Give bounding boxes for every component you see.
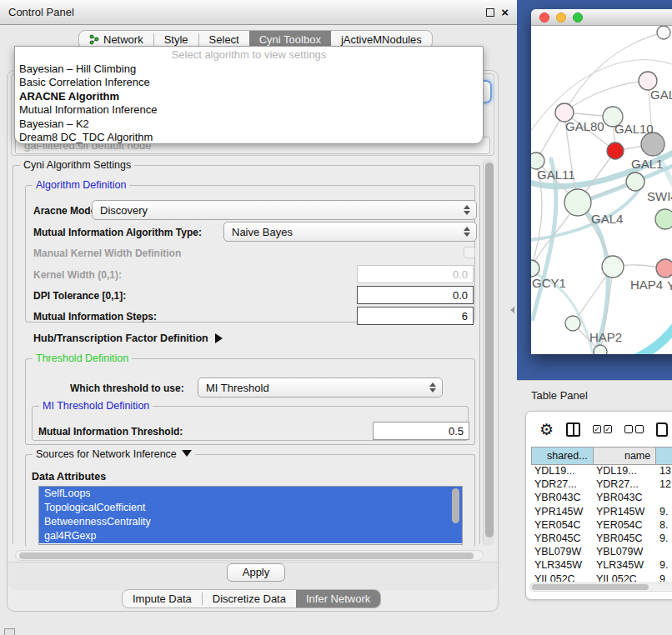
table-cell[interactable]: 9. (656, 559, 672, 572)
table-cell[interactable]: YBL079W (593, 546, 656, 559)
tab-impute-data[interactable]: Impute Data (123, 590, 202, 608)
hub-definition-toggle[interactable]: Hub/Transcription Factor Definition (33, 332, 223, 344)
settings-scrollbar-thumb[interactable] (485, 162, 494, 538)
table-cell[interactable]: YDR27... (593, 478, 656, 492)
table-row[interactable]: YPR145WYPR145W9. (531, 506, 672, 519)
table-cell[interactable]: YIL052C (531, 573, 593, 582)
close-traffic-light-icon[interactable] (539, 12, 549, 22)
panel-collapse-arrow-icon[interactable] (510, 307, 514, 313)
network-node[interactable] (657, 26, 670, 39)
table-cell[interactable]: YPR145W (593, 506, 656, 519)
dpi-tolerance-field[interactable]: 0.0 (357, 286, 474, 304)
tab-label: Select (209, 33, 239, 46)
network-node-swi4[interactable] (626, 172, 644, 191)
float-window-icon[interactable] (486, 8, 494, 17)
table-cell[interactable] (656, 546, 672, 559)
network-node[interactable] (655, 209, 672, 229)
data-attribute-item[interactable]: TopologicalCoefficient (39, 501, 462, 515)
table-cell[interactable]: YPR145W (531, 506, 593, 519)
table-cell[interactable]: YLR345W (593, 559, 656, 572)
network-graph[interactable]: GALGAL80GAL10GAL1GAL11SWI4GAL4GCY1HAP4YH… (531, 26, 672, 354)
apply-button[interactable]: Apply (227, 563, 285, 582)
table-cell[interactable]: 9. (656, 573, 672, 582)
mi-steps-field[interactable]: 6 (357, 307, 474, 325)
table-hscrollbar-track[interactable] (529, 582, 672, 592)
table-cell[interactable]: YDL19... (593, 465, 656, 478)
network-node-gal1[interactable] (607, 142, 624, 159)
which-threshold-select[interactable]: MI Threshold (198, 378, 443, 398)
table-cell[interactable]: 9. (656, 532, 672, 546)
algorithm-option[interactable]: ARACNE Algorithm (15, 90, 483, 103)
algorithm-popup: Select algorithm to view settings Bayesi… (14, 46, 484, 144)
table-cell[interactable]: 8. (656, 519, 672, 532)
threshold-definition-title: Threshold Definition (33, 352, 132, 364)
minimize-traffic-light-icon[interactable] (556, 12, 566, 22)
table-cell[interactable]: YBR043C (531, 492, 593, 505)
sources-toggle[interactable]: Sources for Network Inference (33, 448, 195, 460)
table-cell[interactable]: YDL19... (531, 465, 593, 478)
table-cell[interactable]: YER054C (531, 519, 593, 532)
select-all-columns-icon[interactable]: ✓✓ (593, 425, 612, 433)
data-attribute-item[interactable]: gal4RGexp (39, 529, 462, 543)
network-node-hap4[interactable] (602, 256, 624, 278)
settings-hscrollbar-thumb[interactable] (19, 552, 474, 559)
data-attributes-list[interactable]: SelfLoopsTopologicalCoefficientBetweenne… (38, 486, 463, 545)
settings-scrollbar-track[interactable] (483, 159, 494, 546)
network-node-gal4[interactable] (564, 189, 591, 216)
data-attribute-item[interactable]: BetweennessCentrality (39, 515, 462, 529)
mi-threshold-field[interactable]: 0.5 (373, 422, 469, 440)
mi-algorithm-type-select[interactable]: Naive Bayes (223, 222, 477, 242)
tab-discretize-data[interactable]: Discretize Data (203, 590, 296, 608)
table-cell[interactable]: 9. (656, 506, 672, 519)
table-cell[interactable]: YBL079W (531, 546, 593, 559)
table-cell[interactable]: 12 (656, 478, 672, 492)
algorithm-option[interactable]: Bayesian – K2 (15, 118, 483, 131)
table-row[interactable]: YDR27...YDR27...12 (531, 478, 672, 492)
algorithm-option[interactable]: Basic Correlation Inference (15, 76, 483, 89)
combo-arrows-icon (429, 382, 436, 392)
data-attribute-item[interactable]: SelfLoops (39, 487, 462, 501)
network-window-titlebar[interactable] (531, 9, 672, 26)
table-cell[interactable]: YBR045C (531, 532, 593, 546)
algorithm-option[interactable]: Mutual Information Inference (15, 103, 483, 117)
close-icon[interactable]: × (501, 8, 509, 17)
table-cell[interactable]: YDR27... (531, 478, 593, 492)
settings-hscrollbar-track[interactable] (15, 550, 484, 561)
table-row[interactable]: YLR345WYLR345W9. (531, 559, 672, 572)
table-column-header[interactable]: shared... (532, 448, 594, 464)
zoom-traffic-light-icon[interactable] (573, 12, 583, 22)
table-row[interactable]: YBR043CYBR043C (531, 492, 672, 505)
table-column-header[interactable] (656, 448, 672, 464)
table-row[interactable]: YBR045CYBR045C9. (531, 532, 672, 546)
table-cell[interactable]: YBR045C (593, 532, 656, 546)
table-row[interactable]: YIL052CYIL052C9. (531, 573, 672, 582)
table-row[interactable]: YDL19...YDL19...13 (531, 465, 672, 478)
table-row[interactable]: YER054CYER054C8. (531, 519, 672, 532)
table-row[interactable]: YBL079WYBL079W (531, 546, 672, 559)
columns-icon[interactable] (566, 422, 580, 437)
network-node[interactable] (594, 345, 607, 354)
table-cell[interactable]: 13 (656, 465, 672, 478)
table-cell[interactable]: YLR345W (531, 559, 593, 572)
gear-icon[interactable]: ⚙ (539, 422, 554, 438)
export-table-icon[interactable] (656, 422, 668, 437)
network-node-hap2[interactable] (565, 316, 580, 331)
table-column-header[interactable]: name (594, 448, 657, 464)
list-scrollbar-thumb[interactable] (452, 488, 459, 523)
table-hscrollbar-thumb[interactable] (532, 584, 649, 590)
algorithm-option[interactable]: Dream8 DC_TDC Algorithm (15, 131, 483, 144)
network-node[interactable] (641, 132, 664, 156)
table-cell[interactable]: YER054C (593, 519, 656, 532)
table-cell[interactable]: YBR043C (593, 492, 656, 505)
algorithm-option[interactable]: Bayesian – Hill Climbing (15, 62, 483, 76)
aracne-mode-select[interactable]: Discovery (92, 200, 477, 220)
table-cell[interactable] (656, 492, 672, 505)
collapsed-panel-icon[interactable] (4, 628, 15, 635)
network-node-gal11[interactable] (531, 152, 544, 169)
network-node-y[interactable] (656, 259, 672, 278)
tab-infer-network[interactable]: Infer Network (296, 590, 380, 608)
network-window[interactable]: GALGAL80GAL10GAL1GAL11SWI4GAL4GCY1HAP4YH… (531, 9, 672, 354)
network-canvas[interactable]: GALGAL80GAL10GAL1GAL11SWI4GAL4GCY1HAP4YH… (531, 26, 672, 354)
deselect-all-columns-icon[interactable] (624, 425, 644, 433)
table-cell[interactable]: YIL052C (593, 573, 656, 582)
